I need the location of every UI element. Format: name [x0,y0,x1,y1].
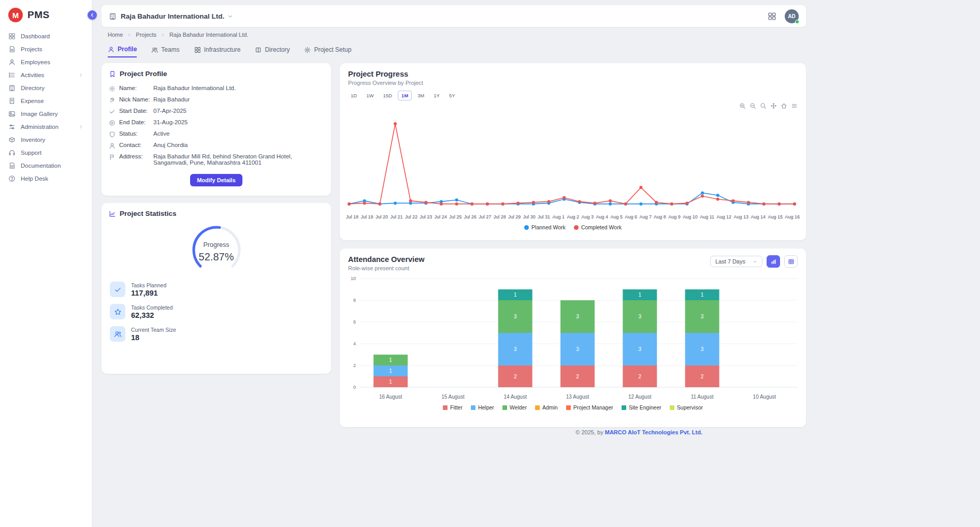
sidebar-item-directory[interactable]: Directory [0,81,92,94]
svg-text:8: 8 [353,298,356,303]
chevron-left-icon [90,12,95,18]
bar-view-toggle[interactable] [767,255,780,268]
progress-chart-legend: Planned WorkCompleted Work [346,224,800,230]
stat-value: 117,891 [131,289,166,297]
x-tick-label: Aug 3 [582,214,594,219]
chevron-down-icon [753,259,757,264]
tab-directory[interactable]: Directory [255,46,290,57]
x-tick-label: Aug 16 [785,214,800,219]
range-15d-button[interactable]: 15D [379,91,395,100]
sidebar-item-documentation[interactable]: Documentation [0,159,92,172]
table-view-toggle[interactable] [784,255,798,268]
range-1d-button[interactable]: 1D [347,91,361,100]
x-tick-label: 12 August [609,394,671,400]
chevron-right-icon [161,33,165,37]
legend-item[interactable]: Helper [471,404,494,411]
legend-item[interactable]: Project Manager [566,404,613,411]
field-label: Contact: [119,142,153,148]
stat-tasks-planned: Tasks Planned117,891 [110,282,323,297]
time-range-selector: 1D 1W 15D 1M 3M 1Y 5Y [347,91,806,100]
tab-teams[interactable]: Teams [151,46,179,57]
sidebar-item-administration[interactable]: Administration [0,120,92,133]
svg-text:3: 3 [701,314,704,319]
attendance-chart[interactable]: 0246810111233123323312331 16 August15 Au… [340,275,806,411]
x-tick-label: Jul 24 [435,214,447,219]
modify-details-button[interactable]: Modify Details [190,174,242,186]
sidebar-item-help-desk[interactable]: Help Desk [0,172,92,185]
legend-item[interactable]: Planned Work [524,224,566,230]
attendance-chart-plot[interactable]: 0246810111233123323312331 [346,275,798,390]
sidebar-item-label: Employees [21,59,50,65]
tab-project-setup[interactable]: Project Setup [304,46,351,57]
chevron-down-icon[interactable] [227,13,233,19]
x-tick-label: Jul 27 [479,214,491,219]
shield-icon [109,131,116,138]
x-tick-label: 11 August [671,394,733,400]
field-nick-name: Nick Name:Raja Bahadur [102,94,331,106]
zoom-icon[interactable] [760,103,767,109]
x-tick-label: Jul 21 [390,214,402,219]
menu-icon[interactable] [791,103,798,109]
pan-icon[interactable] [770,103,777,109]
x-tick-label: Aug 9 [668,214,681,219]
zoom-out-icon[interactable] [750,103,756,109]
avatar[interactable]: AD [785,9,799,23]
svg-text:3: 3 [514,314,517,319]
sidebar-item-dashboard[interactable]: Dashboard [0,30,92,42]
range-1w-button[interactable]: 1W [363,91,377,100]
legend-item[interactable]: Admin [535,404,558,411]
card-title-text: Attendance Overview [348,255,424,264]
tab-infrastructure[interactable]: Infrastructure [194,46,241,57]
zoom-in-icon[interactable] [739,103,746,109]
legend-item[interactable]: Site Engineer [622,404,661,411]
sidebar-item-projects[interactable]: Projects [0,42,92,55]
breadcrumb-projects[interactable]: Projects [136,32,156,38]
x-tick-label: Jul 19 [361,214,373,219]
date-range-select[interactable]: Last 7 Days [710,256,762,267]
progress-chart[interactable]: Jul 18Jul 19Jul 20Jul 21Jul 22Jul 23Jul … [340,113,806,230]
activities-icon [8,71,16,79]
check-icon [109,108,116,115]
legend-item[interactable]: Welder [502,404,527,411]
sidebar-item-expense[interactable]: Expense [0,94,92,107]
sidebar-item-image-gallery[interactable]: Image Gallery [0,107,92,120]
x-tick-label: 15 August [422,394,484,400]
date-range-value: Last 7 Days [715,258,745,265]
sidebar-item-activities[interactable]: Activities [0,68,92,81]
dashboard-icon [8,33,16,40]
x-tick-label: Aug 14 [751,214,766,219]
range-1y-button[interactable]: 1Y [430,91,443,100]
breadcrumb-home[interactable]: Home [108,32,123,38]
stat-tasks-completed: Tasks Completed62,332 [110,304,323,319]
legend-item[interactable]: Fitter [443,404,463,411]
card-title-text: Project Statistics [120,210,177,217]
apps-grid-icon[interactable] [768,12,776,21]
brand-logo-icon: M [8,8,23,22]
x-tick-label: 16 August [359,394,422,400]
progress-chart-plot[interactable] [346,113,798,210]
employees-icon [8,58,16,66]
inventory-icon [8,136,16,143]
gauge-value: 52.87% [188,251,245,263]
range-3m-button[interactable]: 3M [414,91,428,100]
sidebar-collapse-button[interactable] [88,10,97,20]
company-selector[interactable]: Raja Bahadur International Ltd. [121,12,224,20]
field-start-date: Start Date:07-Apr-2025 [102,106,331,117]
legend-item[interactable]: Supervisor [670,404,703,411]
sidebar-item-employees[interactable]: Employees [0,55,92,68]
chevron-right-icon [78,124,83,129]
table-icon [788,258,795,265]
tab-profile[interactable]: Profile [108,46,137,57]
x-tick-label: Jul 25 [449,214,462,219]
tab-label: Project Setup [314,46,351,53]
footer-link[interactable]: MARCO AIoT Technologies Pvt. Ltd. [605,429,702,435]
sidebar-item-support[interactable]: Support [0,146,92,159]
field-value: Raja Bahadur [153,96,190,103]
legend-item[interactable]: Completed Work [574,224,622,230]
home-icon[interactable] [781,103,787,109]
range-5y-button[interactable]: 5Y [445,91,459,100]
range-1m-button[interactable]: 1M [398,91,412,100]
bookmark-icon [109,70,116,78]
x-tick-label: Jul 18 [346,214,358,219]
sidebar-item-inventory[interactable]: Inventory [0,133,92,146]
